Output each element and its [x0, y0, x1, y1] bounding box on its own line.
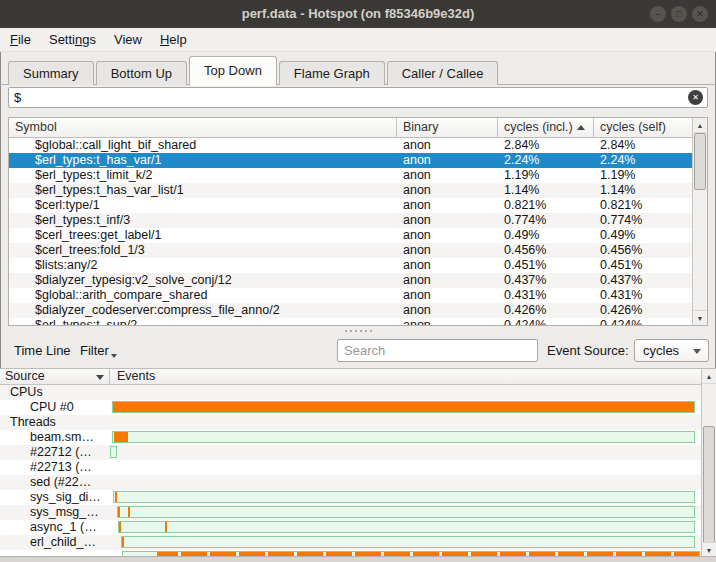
event-track[interactable]: [110, 535, 701, 550]
event-track[interactable]: [110, 505, 701, 520]
timeline-row-sys-sig-di[interactable]: sys_sig_di…: [0, 490, 716, 505]
column-header-binary[interactable]: Binary: [397, 118, 498, 138]
timeline-filter-button[interactable]: Filter: [80, 334, 117, 368]
menu-help[interactable]: Help: [151, 28, 196, 51]
symbol-cell: $erl_types:t_sup/2: [9, 318, 397, 326]
symbol-table-row[interactable]: $cerl_trees:get_label/1anon0.49%0.49%: [9, 228, 707, 243]
symbol-table-row[interactable]: $erl_types:t_sup/2anon0.424%0.424%: [9, 318, 707, 326]
event-track[interactable]: [110, 520, 701, 535]
menu-view[interactable]: View: [105, 28, 151, 51]
symbol-table-row[interactable]: $cerl_trees:fold_1/3anon0.456%0.456%: [9, 243, 707, 258]
symbol-table-row[interactable]: $erl_types:t_inf/3anon0.774%0.774%: [9, 213, 707, 228]
timeline-row-threads[interactable]: Threads: [0, 415, 716, 430]
symbol-table-row[interactable]: $erl_types:t_has_var/1anon2.24%2.24%: [9, 153, 707, 168]
cycles-self-cell: 0.49%: [594, 228, 693, 243]
timeline-row-label: sys_sig_di…: [0, 490, 110, 505]
tab-bottom-up[interactable]: Bottom Up: [96, 61, 187, 85]
timeline-row-label: #22713 (…: [0, 460, 110, 475]
column-header-cycles-incl[interactable]: cycles (incl.): [498, 118, 594, 138]
scrollbar-thumb[interactable]: [694, 133, 706, 190]
binary-cell: anon: [397, 183, 498, 198]
sort-indicator-icon: [96, 375, 104, 380]
symbol-filter-input[interactable]: [8, 87, 708, 108]
timeline-row-sys-msg[interactable]: sys_msg_…: [0, 505, 716, 520]
symbol-table-row[interactable]: $global::arith_compare_sharedanon0.431%0…: [9, 288, 707, 303]
symbol-table-row[interactable]: $dialyzer_typesig:v2_solve_conj/12anon0.…: [9, 273, 707, 288]
tab-caller-callee[interactable]: Caller / Callee: [387, 61, 499, 85]
column-header-label: cycles (incl.): [504, 120, 573, 134]
cycles-incl-cell: 0.431%: [498, 288, 594, 303]
timeline-row-label: beam.sm…: [0, 430, 110, 445]
tab-flame-graph[interactable]: Flame Graph: [279, 61, 385, 85]
timeline-row-cpu-0[interactable]: CPU #0: [0, 400, 716, 415]
column-header-label: Binary: [403, 120, 438, 134]
event-track[interactable]: [110, 430, 701, 445]
event-track[interactable]: [110, 400, 701, 415]
timeline-row-erl-child[interactable]: erl_child_…: [0, 535, 716, 550]
event-track[interactable]: [110, 415, 701, 430]
symbol-table-row[interactable]: $lists:any/2anon0.451%0.451%: [9, 258, 707, 273]
column-header-label: cycles (self): [600, 120, 666, 134]
cycles-incl-cell: 1.14%: [498, 183, 594, 198]
sort-ascending-icon: [577, 125, 585, 130]
symbol-table-row[interactable]: $cerl:type/1anon0.821%0.821%: [9, 198, 707, 213]
event-source-select[interactable]: cycles: [634, 339, 709, 362]
event-mark: [118, 507, 120, 517]
symbol-table-row[interactable]: $erl_types:t_limit_k/2anon1.19%1.19%: [9, 168, 707, 183]
timeline-scrollbar[interactable]: ▲ ▼: [701, 369, 716, 557]
cycles-incl-cell: 0.456%: [498, 243, 594, 258]
symbol-cell: $cerl:type/1: [9, 198, 397, 213]
cycles-self-cell: 1.19%: [594, 168, 693, 183]
binary-cell: anon: [397, 303, 498, 318]
timeline-row-label: Threads: [0, 415, 110, 430]
cycles-self-cell: 0.456%: [594, 243, 693, 258]
menu-file[interactable]: File: [1, 28, 40, 51]
scroll-up-icon[interactable]: ▲: [702, 369, 716, 384]
cycles-incl-cell: 2.84%: [498, 138, 594, 153]
event-mark: [128, 507, 130, 517]
symbol-cell: $dialyzer_typesig:v2_solve_conj/12: [9, 273, 397, 288]
tab-top-down[interactable]: Top Down: [189, 56, 277, 86]
tab-summary[interactable]: Summary: [8, 61, 94, 85]
maximize-button[interactable]: □: [671, 6, 687, 22]
scrollbar-thumb[interactable]: [703, 426, 715, 548]
binary-cell: anon: [397, 273, 498, 288]
event-track[interactable]: [110, 385, 701, 400]
timeline-table: Source Events CPUsCPU #0Threadsbeam.sm…#…: [0, 368, 716, 557]
scroll-up-icon[interactable]: ▲: [693, 118, 707, 133]
timeline-row-beam-sm[interactable]: beam.sm…: [0, 430, 716, 445]
clear-filter-button[interactable]: ✕: [688, 90, 703, 105]
symbol-table-row[interactable]: $global::call_light_bif_sharedanon2.84%2…: [9, 138, 707, 153]
timeline-body: CPUsCPU #0Threadsbeam.sm…#22712 (…#22713…: [0, 385, 716, 557]
source-column-header[interactable]: Source: [0, 369, 110, 385]
symbol-table-row[interactable]: $erl_types:t_has_var_list/1anon1.14%1.14…: [9, 183, 707, 198]
scroll-down-icon[interactable]: ▼: [693, 310, 707, 325]
event-track[interactable]: [110, 460, 701, 475]
symbol-cell: $erl_types:t_inf/3: [9, 213, 397, 228]
event-track[interactable]: [110, 490, 701, 505]
scroll-down-icon[interactable]: ▼: [702, 542, 716, 557]
menu-settings[interactable]: Settings: [40, 28, 105, 51]
timeline-row-async-1[interactable]: async_1 (…: [0, 520, 716, 535]
symbol-table-row[interactable]: $dialyzer_codeserver:compress_file_anno/…: [9, 303, 707, 318]
timeline-row-cpus[interactable]: CPUs: [0, 385, 716, 400]
column-header-label: Symbol: [15, 120, 57, 134]
events-column-header[interactable]: Events: [110, 369, 716, 385]
column-header-symbol[interactable]: Symbol: [9, 118, 397, 138]
event-track[interactable]: [110, 475, 701, 490]
close-button[interactable]: ✕: [692, 6, 708, 22]
timeline-row-22713[interactable]: #22713 (…: [0, 460, 716, 475]
event-bar: [121, 536, 695, 548]
event-bar: [112, 431, 695, 443]
timeline-row-22712[interactable]: #22712 (…: [0, 445, 716, 460]
timeline-search-input[interactable]: [337, 339, 538, 362]
event-track[interactable]: [110, 445, 701, 460]
column-header-cycles-self[interactable]: cycles (self): [594, 118, 693, 138]
symbol-table-scrollbar[interactable]: ▲ ▼: [692, 118, 707, 325]
event-mark: [114, 432, 128, 442]
event-mark: [119, 522, 121, 532]
cycles-self-cell: 0.437%: [594, 273, 693, 288]
cycles-incl-cell: 0.49%: [498, 228, 594, 243]
minimize-button[interactable]: –: [650, 6, 666, 22]
timeline-row-sed-22[interactable]: sed (#22…: [0, 475, 716, 490]
